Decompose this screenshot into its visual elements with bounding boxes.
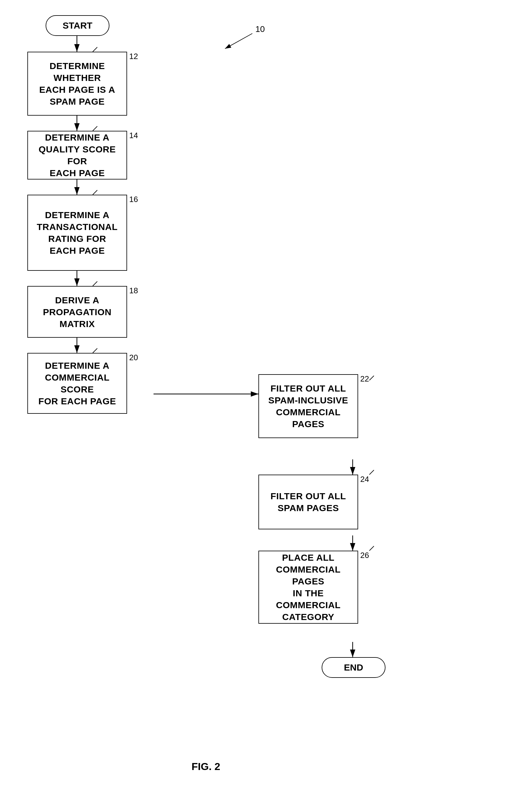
svg-line-14 [93, 281, 97, 286]
svg-line-15 [93, 348, 97, 353]
box-22: FILTER OUT ALL SPAM-INCLUSIVE COMMERCIAL… [258, 374, 358, 438]
ref-20: 20 [129, 353, 138, 362]
ref-14: 14 [129, 131, 138, 140]
ref-12: 12 [129, 52, 138, 61]
box-20: DETERMINE A COMMERCIAL SCORE FOR EACH PA… [27, 353, 127, 414]
box-12: DETERMINE WHETHER EACH PAGE IS A SPAM PA… [27, 52, 127, 116]
ref-22: 22 [360, 374, 369, 384]
svg-line-16 [369, 376, 374, 380]
svg-line-10 [225, 34, 252, 49]
end-node: END [322, 657, 385, 678]
box-24: FILTER OUT ALL SPAM PAGES [258, 475, 358, 529]
ref-24: 24 [360, 475, 369, 484]
start-label: START [62, 21, 92, 31]
box-14: DETERMINE A QUALITY SCORE FOR EACH PAGE [27, 131, 127, 180]
ref-18: 18 [129, 286, 138, 296]
svg-line-18 [369, 546, 374, 551]
box-18: DERIVE A PROPAGATION MATRIX [27, 286, 127, 338]
end-label: END [344, 662, 363, 673]
svg-line-11 [93, 47, 97, 52]
diagram-container: START 10 DETERMINE WHETHER EACH PAGE IS … [0, 0, 508, 812]
box-16: DETERMINE A TRANSACTIONAL RATING FOR EAC… [27, 195, 127, 271]
ref-10: 10 [255, 24, 265, 34]
ref-16: 16 [129, 195, 138, 204]
start-node: START [46, 15, 110, 36]
box-26: PLACE ALL COMMERCIAL PAGES IN THE COMMER… [258, 551, 358, 624]
ref-26: 26 [360, 551, 369, 560]
svg-line-12 [93, 126, 97, 131]
svg-line-17 [369, 470, 374, 475]
svg-line-13 [93, 190, 97, 195]
figure-label: FIG. 2 [192, 761, 220, 772]
